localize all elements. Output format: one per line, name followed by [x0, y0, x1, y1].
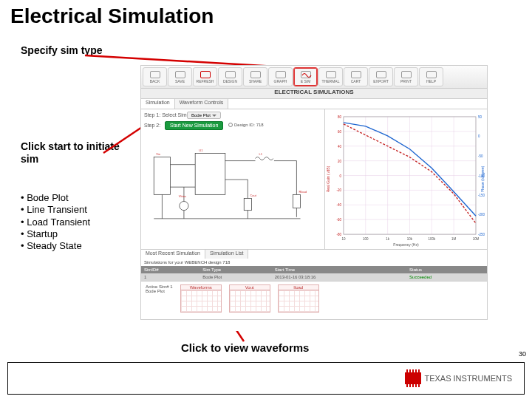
toolbar-label: DESIGN — [223, 79, 237, 83]
svg-text:0: 0 — [339, 174, 341, 178]
svg-text:100k: 100k — [428, 237, 435, 241]
schematic-area: Step 1: Select Simulation Bode Plot Step… — [141, 109, 324, 249]
gear-icon — [228, 123, 233, 127]
svg-rect-11 — [244, 198, 251, 210]
toolbar-label: HELP — [426, 79, 436, 83]
toolbar-thermal-icon[interactable]: THERMAL — [318, 67, 343, 86]
svg-rect-3 — [195, 153, 225, 194]
page-number: 30 — [519, 350, 526, 358]
svg-text:10M: 10M — [473, 237, 480, 241]
toolbar-save-icon[interactable]: SAVE — [168, 67, 192, 86]
svg-text:10k: 10k — [407, 237, 413, 241]
svg-text:-250: -250 — [478, 233, 485, 236]
sim-type-item: Startup — [21, 228, 90, 240]
table-row[interactable]: 1 Bode Plot 2013-01-16 03:18:16 Succeede… — [141, 273, 487, 281]
sim-type-item: Steady State — [21, 240, 90, 252]
design-icon — [225, 71, 236, 78]
toolbar-label: BACK — [150, 79, 160, 83]
svg-text:Cout: Cout — [250, 194, 256, 197]
sim-types-list: Bode Plot Line Transient Load Transient … — [21, 192, 90, 252]
schematic-diagram: VinU1 L1Rload CoutVbias — [143, 134, 323, 248]
print-icon — [401, 71, 412, 78]
toolbar-cart-icon[interactable]: CART — [344, 67, 368, 86]
sim-type-dropdown-label: Bode Plot — [191, 113, 211, 117]
svg-text:U1: U1 — [199, 149, 203, 152]
label-specify-sim-type: Specify sim type — [21, 44, 139, 57]
cart-icon — [351, 71, 361, 78]
toolbar-graph-icon[interactable]: GRAPH — [268, 67, 293, 86]
col-simtype: Sim Type — [200, 266, 271, 273]
tab-simulation[interactable]: Simulation — [141, 99, 175, 109]
label-click-view-waveforms: Click to view waveforms — [181, 341, 309, 354]
svg-text:L1: L1 — [259, 152, 263, 156]
refresh-icon — [200, 71, 211, 78]
svg-text:-60: -60 — [336, 218, 341, 222]
subbar-title: ELECTRICAL SIMULATIONS — [140, 89, 488, 99]
svg-text:100: 100 — [363, 237, 369, 241]
sim-type-dropdown[interactable]: Bode Plot — [187, 112, 221, 119]
save-icon — [175, 71, 185, 78]
toolbar-refresh-icon[interactable]: REFRESH — [193, 67, 217, 86]
step2-label: Step 2: — [144, 123, 160, 128]
thermal-icon — [326, 71, 336, 78]
svg-text:60: 60 — [338, 130, 341, 134]
toolbar-back-icon[interactable]: BACK — [143, 67, 167, 86]
help-icon — [426, 71, 437, 78]
xlabel: Frequency (Hz) — [393, 243, 419, 247]
svg-text:-150: -150 — [478, 194, 485, 197]
svg-point-15 — [180, 201, 188, 210]
toolbar-sine-icon[interactable]: E SIM — [293, 67, 318, 86]
col-status: Status — [406, 266, 487, 273]
svg-text:0: 0 — [478, 134, 480, 138]
graph-icon — [276, 71, 286, 78]
toolbar-print-icon[interactable]: PRINT — [394, 67, 418, 86]
tab-sim-list[interactable]: Simulation List — [205, 250, 249, 259]
toolbar-label: E SIM — [301, 79, 311, 83]
toolbar-design-icon[interactable]: DESIGN — [218, 67, 242, 86]
tab-waveform-controls[interactable]: Waveform Controls — [175, 99, 229, 109]
toolbar-help-icon[interactable]: HELP — [419, 67, 443, 86]
svg-text:10: 10 — [341, 237, 345, 241]
waveform-box[interactable]: Waveforms — [180, 284, 222, 313]
svg-rect-0 — [154, 157, 170, 195]
toolbar-label: CART — [351, 79, 361, 83]
svg-text:80: 80 — [338, 115, 341, 119]
label-click-start: Click start to initiate sim — [21, 140, 139, 166]
svg-text:Rload: Rload — [299, 190, 307, 194]
ylabel-right: Phase (/degree) — [481, 166, 485, 192]
waveform-box[interactable]: Iload — [278, 284, 319, 313]
sim-table: SimID# Sim Type Start Time Status 1 Bode… — [141, 266, 487, 281]
svg-text:Vbias: Vbias — [179, 194, 186, 198]
start-simulation-button[interactable]: Start New Simulation — [165, 121, 223, 130]
ti-logo: TEXAS INSTRUMENTS — [405, 372, 512, 384]
svg-text:-20: -20 — [336, 188, 341, 192]
tab-most-recent[interactable]: Most Recent Simulation — [141, 250, 205, 259]
ti-chip-icon — [405, 372, 421, 384]
toolbar-download-icon[interactable]: EXPORT — [369, 67, 393, 86]
toolbar-label: REFRESH — [197, 79, 214, 83]
sim-type-item: Load Transient — [21, 216, 90, 228]
toolbar: BACKSAVEREFRESHDESIGNSHAREGRAPHE SIMTHER… — [140, 65, 488, 89]
design-id-label: Design ID: 718 — [228, 123, 264, 127]
svg-text:-80: -80 — [336, 233, 341, 236]
toolbar-label: PRINT — [400, 79, 412, 83]
back-icon — [150, 71, 160, 78]
svg-text:-40: -40 — [336, 203, 341, 207]
svg-text:-100: -100 — [478, 174, 485, 178]
svg-text:20: 20 — [338, 160, 341, 163]
sim-type-item: Bode Plot — [21, 192, 90, 204]
col-starttime: Start Time — [272, 266, 406, 273]
toolbar-label: GRAPH — [274, 79, 287, 83]
active-sim-type: Bode Plot — [146, 289, 173, 293]
sim-type-item: Line Transient — [21, 204, 90, 216]
col-simid: SimID# — [141, 266, 200, 273]
waveform-box[interactable]: Vout — [229, 284, 270, 313]
svg-rect-7 — [293, 194, 300, 208]
toolbar-label: EXPORT — [373, 79, 388, 83]
sim-table-caption: Simulations for your WEBENCH design 718 — [141, 259, 487, 266]
svg-text:50: 50 — [478, 115, 482, 119]
bode-plot[interactable]: Frequency (Hz) Real Gain ( /dB) Phase (/… — [324, 109, 487, 249]
toolbar-share-icon[interactable]: SHARE — [243, 67, 267, 86]
toolbar-label: SAVE — [175, 79, 185, 83]
toolbar-label: THERMAL — [322, 79, 340, 83]
